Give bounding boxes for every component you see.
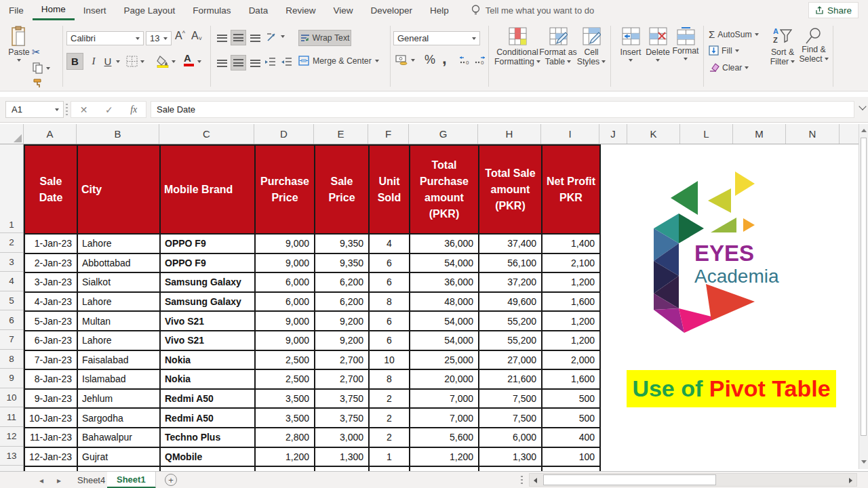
cell[interactable]: Redmi A50 bbox=[160, 389, 255, 409]
cell[interactable]: 9,000 bbox=[255, 253, 315, 273]
cell[interactable]: 9,350 bbox=[315, 253, 369, 273]
format-painter-button[interactable] bbox=[33, 78, 43, 92]
formula-input[interactable]: Sale Date bbox=[151, 101, 854, 118]
cell[interactable]: 1,300 bbox=[315, 447, 369, 467]
cell[interactable]: 8-Jan-23 bbox=[24, 369, 77, 389]
row-header-2[interactable]: 2 bbox=[0, 233, 23, 253]
cell[interactable]: 500 bbox=[542, 408, 600, 428]
scroll-left-icon[interactable] bbox=[534, 478, 537, 483]
cell[interactable]: 9-Jan-23 bbox=[24, 389, 77, 409]
cell[interactable]: 1 bbox=[369, 447, 410, 467]
font-color-caret-icon[interactable] bbox=[197, 60, 201, 63]
select-all-corner[interactable] bbox=[0, 124, 24, 144]
cell[interactable]: Islamabad bbox=[77, 369, 160, 389]
cell[interactable]: 6-Jan-23 bbox=[24, 331, 77, 350]
bold-button[interactable]: B bbox=[66, 53, 83, 70]
cell[interactable] bbox=[77, 466, 160, 471]
cell[interactable]: 2,000 bbox=[542, 350, 600, 370]
cell[interactable]: 1,300 bbox=[479, 447, 542, 467]
align-left-button[interactable] bbox=[215, 56, 229, 70]
cell-styles-button[interactable]: Cell Styles bbox=[575, 27, 608, 66]
cell[interactable]: 54,000 bbox=[410, 253, 479, 273]
cell[interactable]: 4 bbox=[369, 234, 410, 253]
cell[interactable]: 2 bbox=[369, 428, 410, 447]
share-button[interactable]: Share bbox=[808, 2, 859, 18]
column-header-b[interactable]: B bbox=[77, 124, 159, 144]
cell[interactable]: 6 bbox=[369, 272, 410, 292]
cell[interactable] bbox=[542, 466, 600, 471]
cell[interactable]: 10-Jan-23 bbox=[24, 408, 77, 428]
cell[interactable]: OPPO F9 bbox=[160, 253, 255, 273]
cell[interactable]: 6,200 bbox=[315, 292, 369, 312]
cell[interactable]: Vivo S21 bbox=[160, 311, 255, 331]
align-right-button[interactable] bbox=[248, 56, 262, 70]
tab-home[interactable]: Home bbox=[33, 0, 75, 20]
cell[interactable]: 7,000 bbox=[410, 389, 479, 409]
cell[interactable]: Samsung Galaxy bbox=[160, 292, 255, 312]
cell[interactable]: OPPO F9 bbox=[160, 234, 255, 253]
header-unit-sold[interactable]: Unit Sold bbox=[369, 145, 410, 234]
delete-cells-button[interactable]: Delete bbox=[644, 27, 671, 62]
cell[interactable]: Jehlum bbox=[77, 389, 160, 409]
cell[interactable]: 54,000 bbox=[410, 311, 479, 331]
cell[interactable]: 8 bbox=[369, 292, 410, 312]
cell[interactable]: 9,000 bbox=[255, 311, 315, 331]
cell[interactable]: QMobile bbox=[160, 447, 255, 467]
font-size-combo[interactable]: 13 bbox=[146, 31, 172, 45]
cell[interactable]: 1,200 bbox=[542, 311, 600, 331]
cell[interactable]: 6,000 bbox=[479, 428, 542, 447]
cell[interactable]: 54,000 bbox=[410, 331, 479, 350]
tab-view[interactable]: View bbox=[324, 0, 361, 20]
cell[interactable]: 1,600 bbox=[542, 292, 600, 312]
cell[interactable]: 9,000 bbox=[255, 234, 315, 253]
number-format-combo[interactable]: General bbox=[393, 31, 480, 45]
column-header-n[interactable]: N bbox=[786, 124, 840, 144]
align-bottom-button[interactable] bbox=[248, 31, 262, 45]
cell[interactable]: 2,800 bbox=[255, 428, 315, 447]
clear-button[interactable]: Clear bbox=[709, 62, 749, 73]
cell[interactable]: 2,700 bbox=[315, 369, 369, 389]
row-header-9[interactable]: 9 bbox=[0, 369, 23, 388]
cell[interactable]: Samsung Galaxy bbox=[160, 272, 255, 292]
column-header-j[interactable]: J bbox=[599, 124, 627, 144]
header-total-sale[interactable]: Total Sale amount (PKR) bbox=[479, 145, 542, 234]
cell[interactable]: 100 bbox=[542, 447, 600, 467]
orientation-button[interactable] bbox=[266, 30, 278, 45]
cell[interactable]: Nokia bbox=[160, 350, 255, 370]
cell[interactable]: 2,100 bbox=[542, 253, 600, 273]
row-header-3[interactable]: 3 bbox=[0, 253, 23, 272]
header-mobile-brand[interactable]: Mobile Brand bbox=[160, 145, 255, 234]
column-header-g[interactable]: G bbox=[409, 124, 478, 144]
cell[interactable]: 3-Jan-23 bbox=[24, 272, 77, 292]
cell[interactable]: Sialkot bbox=[77, 272, 160, 292]
cell[interactable]: 37,200 bbox=[479, 272, 542, 292]
cell[interactable] bbox=[24, 466, 77, 471]
fill-button[interactable]: Fill bbox=[709, 45, 739, 56]
cell[interactable]: 6,000 bbox=[255, 292, 315, 312]
column-header-l[interactable]: L bbox=[680, 124, 733, 144]
scroll-down-icon[interactable] bbox=[861, 460, 867, 464]
cell[interactable] bbox=[479, 466, 542, 471]
tab-insert[interactable]: Insert bbox=[75, 0, 115, 20]
cell[interactable] bbox=[315, 466, 369, 471]
row-header-12[interactable]: 12 bbox=[0, 427, 23, 447]
find-select-button[interactable]: Find & Select bbox=[799, 27, 829, 64]
cell[interactable]: 27,000 bbox=[479, 350, 542, 370]
grow-font-button[interactable]: A^ bbox=[175, 30, 185, 42]
cell[interactable]: Bahawalpur bbox=[77, 428, 160, 447]
cell[interactable] bbox=[410, 466, 479, 471]
conditional-formatting-button[interactable]: Conditional Formatting bbox=[494, 27, 541, 66]
row-header-6[interactable]: 6 bbox=[0, 310, 23, 330]
insert-function-button[interactable]: fx bbox=[130, 104, 137, 115]
tab-help[interactable]: Help bbox=[421, 0, 458, 20]
borders-caret-icon[interactable] bbox=[140, 60, 144, 63]
copy-button[interactable] bbox=[33, 62, 43, 77]
cell[interactable]: 2,700 bbox=[315, 350, 369, 370]
cell[interactable]: 2 bbox=[369, 389, 410, 409]
accounting-format-button[interactable] bbox=[395, 54, 408, 68]
cell[interactable] bbox=[369, 466, 410, 471]
cell[interactable]: 7,000 bbox=[410, 408, 479, 428]
shrink-font-button[interactable]: A˅ bbox=[191, 30, 202, 42]
tab-review[interactable]: Review bbox=[277, 0, 324, 20]
underline-button[interactable]: U bbox=[101, 53, 115, 70]
